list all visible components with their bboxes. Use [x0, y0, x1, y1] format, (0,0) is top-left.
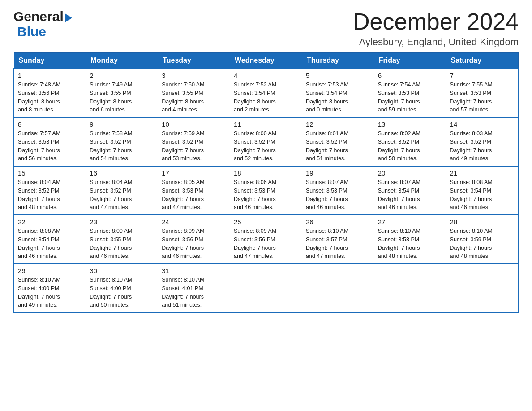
day-number: 30	[90, 267, 154, 274]
day-info: Sunrise: 8:10 AMSunset: 3:58 PMDaylight:…	[378, 227, 442, 261]
day-info: Sunrise: 8:09 AMSunset: 3:56 PMDaylight:…	[162, 227, 226, 261]
calendar-day-cell: 20Sunrise: 8:07 AMSunset: 3:54 PMDayligh…	[374, 166, 446, 215]
day-number: 3	[162, 72, 226, 79]
calendar-day-cell: 1Sunrise: 7:48 AMSunset: 3:56 PMDaylight…	[14, 68, 86, 117]
day-info: Sunrise: 8:04 AMSunset: 3:52 PMDaylight:…	[18, 178, 82, 212]
weekday-header-tuesday: Tuesday	[158, 53, 230, 69]
calendar-empty-cell	[374, 264, 446, 313]
calendar-day-cell: 24Sunrise: 8:09 AMSunset: 3:56 PMDayligh…	[158, 215, 230, 264]
day-info: Sunrise: 7:53 AMSunset: 3:54 PMDaylight:…	[306, 81, 370, 114]
calendar-day-cell: 29Sunrise: 8:10 AMSunset: 4:00 PMDayligh…	[14, 264, 86, 313]
weekday-header-sunday: Sunday	[14, 53, 86, 69]
day-info: Sunrise: 8:03 AMSunset: 3:52 PMDaylight:…	[450, 129, 514, 163]
day-info: Sunrise: 8:07 AMSunset: 3:54 PMDaylight:…	[378, 178, 442, 212]
day-info: Sunrise: 8:07 AMSunset: 3:53 PMDaylight:…	[306, 178, 370, 212]
day-info: Sunrise: 7:59 AMSunset: 3:52 PMDaylight:…	[162, 129, 226, 163]
calendar-table: SundayMondayTuesdayWednesdayThursdayFrid…	[13, 52, 519, 313]
day-info: Sunrise: 7:52 AMSunset: 3:54 PMDaylight:…	[234, 81, 298, 114]
calendar-day-cell: 13Sunrise: 8:02 AMSunset: 3:52 PMDayligh…	[374, 117, 446, 166]
calendar-day-cell: 28Sunrise: 8:10 AMSunset: 3:59 PMDayligh…	[446, 215, 518, 264]
day-number: 28	[450, 218, 514, 226]
calendar-day-cell: 19Sunrise: 8:07 AMSunset: 3:53 PMDayligh…	[302, 166, 374, 215]
day-number: 2	[90, 72, 154, 79]
day-number: 27	[378, 218, 442, 226]
weekday-header-monday: Monday	[86, 53, 158, 69]
calendar-day-cell: 6Sunrise: 7:54 AMSunset: 3:53 PMDaylight…	[374, 68, 446, 117]
subtitle: Aylesbury, England, United Kingdom	[353, 36, 519, 48]
day-info: Sunrise: 7:57 AMSunset: 3:53 PMDaylight:…	[18, 129, 82, 163]
main-title: December 2024	[353, 9, 519, 34]
calendar-day-cell: 5Sunrise: 7:53 AMSunset: 3:54 PMDaylight…	[302, 68, 374, 117]
calendar-header-row: SundayMondayTuesdayWednesdayThursdayFrid…	[14, 53, 518, 69]
calendar-day-cell: 22Sunrise: 8:08 AMSunset: 3:54 PMDayligh…	[14, 215, 86, 264]
calendar-day-cell: 2Sunrise: 7:49 AMSunset: 3:55 PMDaylight…	[86, 68, 158, 117]
calendar-day-cell: 15Sunrise: 8:04 AMSunset: 3:52 PMDayligh…	[14, 166, 86, 215]
weekday-header-friday: Friday	[374, 53, 446, 69]
calendar-week-row: 29Sunrise: 8:10 AMSunset: 4:00 PMDayligh…	[14, 264, 518, 313]
calendar-day-cell: 18Sunrise: 8:06 AMSunset: 3:53 PMDayligh…	[230, 166, 302, 215]
day-info: Sunrise: 8:10 AMSunset: 4:00 PMDaylight:…	[90, 276, 154, 309]
weekday-header-saturday: Saturday	[446, 53, 518, 69]
title-block: December 2024 Aylesbury, England, United…	[353, 9, 519, 48]
day-info: Sunrise: 8:08 AMSunset: 3:54 PMDaylight:…	[18, 227, 82, 261]
calendar-week-row: 8Sunrise: 7:57 AMSunset: 3:53 PMDaylight…	[14, 117, 518, 166]
day-number: 18	[234, 169, 298, 177]
weekday-header-wednesday: Wednesday	[230, 53, 302, 69]
day-number: 26	[306, 218, 370, 226]
calendar-day-cell: 23Sunrise: 8:09 AMSunset: 3:55 PMDayligh…	[86, 215, 158, 264]
calendar-day-cell: 16Sunrise: 8:04 AMSunset: 3:52 PMDayligh…	[86, 166, 158, 215]
calendar-empty-cell	[230, 264, 302, 313]
logo-triangle-icon	[65, 13, 72, 22]
day-number: 14	[450, 120, 514, 128]
day-info: Sunrise: 8:00 AMSunset: 3:52 PMDaylight:…	[234, 129, 298, 163]
calendar-week-row: 22Sunrise: 8:08 AMSunset: 3:54 PMDayligh…	[14, 215, 518, 264]
day-info: Sunrise: 7:58 AMSunset: 3:52 PMDaylight:…	[90, 129, 154, 163]
day-number: 13	[378, 120, 442, 128]
calendar-day-cell: 11Sunrise: 8:00 AMSunset: 3:52 PMDayligh…	[230, 117, 302, 166]
day-number: 23	[90, 218, 154, 226]
day-number: 19	[306, 169, 370, 177]
day-number: 1	[18, 72, 82, 79]
day-info: Sunrise: 7:54 AMSunset: 3:53 PMDaylight:…	[378, 81, 442, 114]
calendar-day-cell: 12Sunrise: 8:01 AMSunset: 3:52 PMDayligh…	[302, 117, 374, 166]
calendar-day-cell: 8Sunrise: 7:57 AMSunset: 3:53 PMDaylight…	[14, 117, 86, 166]
day-info: Sunrise: 8:09 AMSunset: 3:56 PMDaylight:…	[234, 227, 298, 261]
day-number: 17	[162, 169, 226, 177]
day-info: Sunrise: 7:50 AMSunset: 3:55 PMDaylight:…	[162, 81, 226, 114]
day-number: 12	[306, 120, 370, 128]
day-number: 11	[234, 120, 298, 128]
day-info: Sunrise: 8:08 AMSunset: 3:54 PMDaylight:…	[450, 178, 514, 212]
day-info: Sunrise: 8:05 AMSunset: 3:53 PMDaylight:…	[162, 178, 226, 212]
calendar-empty-cell	[302, 264, 374, 313]
calendar-day-cell: 21Sunrise: 8:08 AMSunset: 3:54 PMDayligh…	[446, 166, 518, 215]
day-number: 7	[450, 72, 514, 79]
calendar-day-cell: 4Sunrise: 7:52 AMSunset: 3:54 PMDaylight…	[230, 68, 302, 117]
day-number: 31	[162, 267, 226, 274]
day-info: Sunrise: 8:02 AMSunset: 3:52 PMDaylight:…	[378, 129, 442, 163]
day-number: 21	[450, 169, 514, 177]
page-header: General Blue December 2024 Aylesbury, En…	[13, 9, 519, 48]
calendar-empty-cell	[446, 264, 518, 313]
day-number: 9	[90, 120, 154, 128]
calendar-day-cell: 14Sunrise: 8:03 AMSunset: 3:52 PMDayligh…	[446, 117, 518, 166]
day-info: Sunrise: 8:10 AMSunset: 4:00 PMDaylight:…	[18, 276, 82, 309]
day-info: Sunrise: 7:48 AMSunset: 3:56 PMDaylight:…	[18, 81, 82, 114]
day-info: Sunrise: 8:10 AMSunset: 4:01 PMDaylight:…	[162, 276, 226, 309]
day-info: Sunrise: 8:01 AMSunset: 3:52 PMDaylight:…	[306, 129, 370, 163]
day-info: Sunrise: 8:04 AMSunset: 3:52 PMDaylight:…	[90, 178, 154, 212]
calendar-day-cell: 9Sunrise: 7:58 AMSunset: 3:52 PMDaylight…	[86, 117, 158, 166]
day-number: 5	[306, 72, 370, 79]
logo-blue-text: Blue	[17, 24, 46, 39]
calendar-week-row: 15Sunrise: 8:04 AMSunset: 3:52 PMDayligh…	[14, 166, 518, 215]
day-number: 24	[162, 218, 226, 226]
day-info: Sunrise: 8:10 AMSunset: 3:59 PMDaylight:…	[450, 227, 514, 261]
day-number: 20	[378, 169, 442, 177]
day-number: 10	[162, 120, 226, 128]
calendar-day-cell: 7Sunrise: 7:55 AMSunset: 3:53 PMDaylight…	[446, 68, 518, 117]
day-number: 29	[18, 267, 82, 274]
day-number: 16	[90, 169, 154, 177]
logo-general-text: General	[13, 9, 64, 24]
day-number: 15	[18, 169, 82, 177]
calendar-day-cell: 30Sunrise: 8:10 AMSunset: 4:00 PMDayligh…	[86, 264, 158, 313]
day-number: 22	[18, 218, 82, 226]
